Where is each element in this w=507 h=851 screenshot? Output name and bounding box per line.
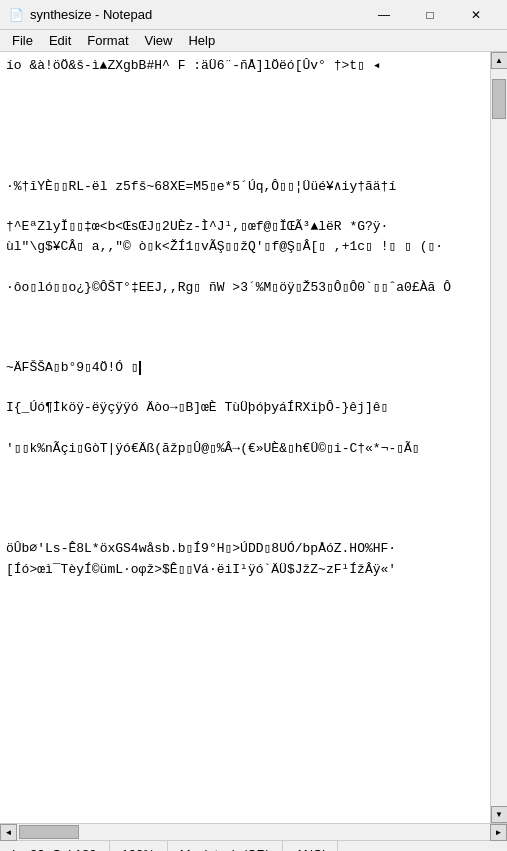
editor-line bbox=[6, 338, 484, 358]
scroll-left-button[interactable]: ◄ bbox=[0, 824, 17, 841]
editor-line bbox=[6, 318, 484, 338]
editor-line: ·ôo▯ló▯▯o¿}©ÔŠT°‡EEJ,,Rg▯ ñW >3´%M▯öÿ▯Ž5… bbox=[6, 278, 484, 298]
editor-line: öÛb∅'Ls-Ê8L*öxGS4wåsb.b▯Í9°H▯>ÚDD▯8UÓ/bp… bbox=[6, 539, 484, 559]
editor-line bbox=[6, 479, 484, 499]
menu-format[interactable]: Format bbox=[79, 30, 136, 52]
title-bar: 📄 synthesize - Notepad — □ ✕ bbox=[0, 0, 507, 30]
editor-line: I{_Úó¶İköÿ-ëÿçÿÿó Äòo→▯B]œÈ TùÜþóþyáÍRXí… bbox=[6, 398, 484, 418]
editor-line bbox=[6, 157, 484, 177]
minimize-button[interactable]: — bbox=[361, 0, 407, 30]
editor-line bbox=[6, 499, 484, 519]
editor-line: ío &à!öÖ&š-ì▲ZXgbB#H^ F :äÜ6¨-ñÅ]lÖëó[Ûv… bbox=[6, 56, 484, 76]
editor-line: '▯▯k%nÃçi▯GòT|ÿó€Äß(ãžp▯Û@▯%Â→(€»UÈ&▯h€Ü… bbox=[6, 439, 484, 459]
editor-line bbox=[6, 197, 484, 217]
close-button[interactable]: ✕ bbox=[453, 0, 499, 30]
menu-file[interactable]: File bbox=[4, 30, 41, 52]
editor-area[interactable]: ío &à!öÖ&š-ì▲ZXgbB#H^ F :äÜ6¨-ñÅ]lÖëó[Ûv… bbox=[0, 52, 507, 823]
editor-line: [Íó>œì¯TèyÍ©ümL·oφž>$Ê▯▯Vá·ëiI¹ÿó`ÄÜ$JžZ… bbox=[6, 560, 484, 580]
menu-view[interactable]: View bbox=[137, 30, 181, 52]
scroll-track-horizontal[interactable] bbox=[17, 824, 490, 840]
editor-line: †^EªZlyĬ▯▯‡œ<b<ŒsŒJ▯2UÈz-Ì^J¹,▯œf@▯ĬŒÃ³▲… bbox=[6, 217, 484, 237]
horizontal-scrollbar-container[interactable]: ◄ ► bbox=[0, 823, 507, 840]
menu-help[interactable]: Help bbox=[180, 30, 223, 52]
zoom-level: 100% bbox=[110, 841, 168, 851]
encoding: ANSI bbox=[283, 841, 338, 851]
editor-line bbox=[6, 298, 484, 318]
editor-line bbox=[6, 137, 484, 157]
text-cursor bbox=[139, 361, 141, 375]
cursor-position: Ln 22, Col 180 bbox=[0, 841, 110, 851]
window-controls: — □ ✕ bbox=[361, 0, 499, 30]
editor-line bbox=[6, 519, 484, 539]
editor-line bbox=[6, 378, 484, 398]
editor-line bbox=[6, 116, 484, 136]
editor-line bbox=[6, 419, 484, 439]
line-ending: Macintosh (CR) bbox=[168, 841, 283, 851]
editor-content[interactable]: ío &à!öÖ&š-ì▲ZXgbB#H^ F :äÜ6¨-ñÅ]lÖëó[Ûv… bbox=[0, 52, 490, 823]
vertical-scrollbar[interactable]: ▲ ▼ bbox=[490, 52, 507, 823]
window-title: synthesize - Notepad bbox=[30, 7, 152, 22]
app-icon: 📄 bbox=[8, 7, 24, 23]
editor-line bbox=[6, 96, 484, 116]
scroll-thumb-vertical[interactable] bbox=[492, 79, 506, 119]
editor-line: ·%†ĭYÈ▯▯RL-ël z5fš~68XE=M5▯e*5´Úq,Ô▯▯¦Üü… bbox=[6, 177, 484, 197]
scroll-right-button[interactable]: ► bbox=[490, 824, 507, 841]
scroll-down-button[interactable]: ▼ bbox=[491, 806, 508, 823]
status-bar: Ln 22, Col 180 100% Macintosh (CR) ANSI bbox=[0, 840, 507, 851]
editor-line bbox=[6, 76, 484, 96]
maximize-button[interactable]: □ bbox=[407, 0, 453, 30]
scroll-thumb-horizontal[interactable] bbox=[19, 825, 79, 839]
scroll-up-button[interactable]: ▲ bbox=[491, 52, 508, 69]
editor-line: ~ÄFŠŠA▯b°9▯4Ö!Ó ▯ bbox=[6, 358, 484, 378]
menu-edit[interactable]: Edit bbox=[41, 30, 79, 52]
editor-line: ùl"\g$¥CÂ▯ a,,"© ò▯k<ŽÍ1▯vÃŞ▯▯žQ'▯f@Ş▯Â[… bbox=[6, 237, 484, 257]
editor-line bbox=[6, 257, 484, 277]
scroll-track-vertical[interactable] bbox=[491, 69, 507, 806]
menu-bar: File Edit Format View Help bbox=[0, 30, 507, 52]
editor-line bbox=[6, 459, 484, 479]
